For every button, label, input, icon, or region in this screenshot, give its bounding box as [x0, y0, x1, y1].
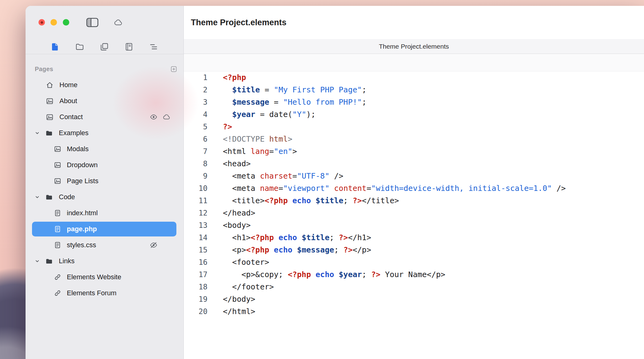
code-line[interactable]: 10 <meta name="viewport" content="width=…: [184, 182, 644, 195]
code-text: $year = date("Y");: [223, 108, 316, 121]
sidebar-item-styles-css[interactable]: styles.css: [26, 237, 183, 253]
code-line[interactable]: 17 <p>&copy; <?php echo $year; ?> Your N…: [184, 268, 644, 281]
code-line[interactable]: 4 $year = date("Y");: [184, 108, 644, 121]
eye-slash-icon[interactable]: [150, 241, 158, 249]
sidebar-item-label: Elements Website: [67, 273, 121, 281]
code-line[interactable]: 7<html lang="en">: [184, 145, 644, 158]
sidebar-item-label: Page Lists: [67, 177, 99, 185]
house-icon: [46, 81, 54, 89]
image-icon: [46, 113, 54, 121]
code-text: <html lang="en">: [223, 145, 297, 158]
folder-outline-icon[interactable]: [75, 42, 84, 51]
folder-icon: [45, 193, 53, 201]
code-text: <head>: [223, 158, 251, 170]
code-text: <meta name="viewport" content="width=dev…: [223, 182, 566, 195]
doc-icon: [54, 209, 61, 217]
line-number: 6: [184, 133, 207, 145]
document-title: Theme Project.elements: [191, 18, 287, 27]
folder-icon: [45, 129, 53, 137]
sidebar-item-elements-website[interactable]: Elements Website: [26, 269, 183, 285]
pages-section-title: Pages: [35, 66, 53, 73]
line-number: 10: [184, 182, 207, 195]
code-line[interactable]: 15 <p><?php echo $message; ?></p>: [184, 244, 644, 256]
sidebar-header: [26, 6, 183, 54]
sidebar-item-label: index.html: [67, 209, 98, 217]
sidebar-item-label: About: [59, 97, 77, 105]
notebook-icon[interactable]: [124, 42, 134, 51]
sidebar-item-elements-forum[interactable]: Elements Forum: [26, 285, 183, 301]
chevron-down-icon: [34, 130, 40, 136]
link-icon: [54, 273, 61, 281]
line-number: 17: [184, 268, 207, 281]
line-number: 8: [184, 158, 207, 170]
main-area: Theme Project.elements Theme Project.ele…: [184, 6, 644, 359]
line-number: 5: [184, 121, 207, 133]
code-line[interactable]: 14 <h1><?php echo $title; ?></h1>: [184, 232, 644, 244]
sidebar-item-links[interactable]: Links: [26, 253, 183, 269]
sidebar-item-contact[interactable]: Contact: [26, 109, 183, 125]
sidebar-toolbar: [50, 42, 158, 51]
code-line[interactable]: 16 <footer>: [184, 256, 644, 268]
code-line[interactable]: 20</html>: [184, 305, 644, 318]
sidebar-content: Pages HomeAboutContactExamplesModalsDrop…: [26, 54, 183, 301]
cloud-sync-icon[interactable]: [112, 18, 125, 27]
eye-icon[interactable]: [150, 113, 158, 121]
sidebar-item-page-lists[interactable]: Page Lists: [26, 173, 183, 189]
sidebar-item-home[interactable]: Home: [26, 77, 183, 93]
sidebar-item-label: Home: [59, 81, 78, 89]
code-line[interactable]: 2 $title = "My First PHP Page";: [184, 84, 644, 96]
code-line[interactable]: 11 <title><?php echo $title; ?></title>: [184, 195, 644, 207]
tab-bar: Theme Project.elements: [184, 39, 644, 54]
sidebar-item-page-php[interactable]: page.php: [26, 221, 183, 237]
zoom-button[interactable]: [63, 19, 69, 26]
sidebar-item-label: Dropdown: [67, 161, 98, 169]
sidebar-item-label: styles.css: [67, 241, 96, 249]
doc-icon: [54, 241, 61, 249]
sidebar-item-code[interactable]: Code: [26, 189, 183, 205]
sidebar-toggle-icon[interactable]: [86, 18, 99, 27]
code-text: $title = "My First PHP Page";: [223, 84, 367, 96]
code-line[interactable]: 1<?php: [184, 71, 644, 84]
minimize-button[interactable]: [50, 19, 57, 26]
code-line[interactable]: 13<body>: [184, 219, 644, 232]
code-text: <title><?php echo $title; ?></title>: [223, 195, 399, 207]
image-icon: [46, 97, 54, 105]
code-line[interactable]: 19</body>: [184, 293, 644, 305]
code-text: <footer>: [223, 256, 269, 268]
sidebar-item-about[interactable]: About: [26, 93, 183, 109]
chevron-down-icon: [34, 194, 40, 200]
code-line[interactable]: 6<!DOCTYPE html>: [184, 133, 644, 145]
code-editor[interactable]: 1<?php2 $title = "My First PHP Page";3 $…: [184, 71, 644, 359]
code-line[interactable]: 3 $message = "Hello from PHP!";: [184, 96, 644, 108]
cloud-icon[interactable]: [163, 113, 171, 121]
code-line[interactable]: 18 </footer>: [184, 281, 644, 293]
sidebar-item-modals[interactable]: Modals: [26, 141, 183, 157]
sidebar-item-label: page.php: [67, 225, 97, 233]
code-text: <h1><?php echo $title; ?></h1>: [223, 232, 371, 244]
close-button[interactable]: [38, 19, 45, 26]
tab-theme-project[interactable]: Theme Project.elements: [379, 43, 449, 50]
link-icon: [54, 289, 61, 297]
new-document-icon[interactable]: [50, 42, 60, 51]
item-status-icons: [150, 241, 158, 249]
sidebar-item-dropdown[interactable]: Dropdown: [26, 157, 183, 173]
line-number: 15: [184, 244, 207, 256]
sidebar-item-index-html[interactable]: index.html: [26, 205, 183, 221]
code-text: ?>: [223, 121, 232, 133]
sidebar-item-label: Contact: [59, 113, 83, 121]
sidebar-item-label: Modals: [67, 145, 89, 153]
code-line[interactable]: 9 <meta charset="UTF-8" />: [184, 170, 644, 182]
chevron-down-icon: [34, 258, 40, 264]
sidebar-item-examples[interactable]: Examples: [26, 125, 183, 141]
code-line[interactable]: 12</head>: [184, 207, 644, 219]
outline-list-icon[interactable]: [149, 42, 158, 51]
stack-icon[interactable]: [100, 42, 109, 51]
code-line[interactable]: 5?>: [184, 121, 644, 133]
code-text: <meta charset="UTF-8" />: [223, 170, 343, 182]
code-line[interactable]: 8<head>: [184, 158, 644, 170]
line-number: 14: [184, 232, 207, 244]
sidebar-item-label: Code: [59, 193, 75, 201]
add-page-button[interactable]: [170, 66, 177, 73]
line-number: 3: [184, 96, 207, 108]
sidebar-list: HomeAboutContactExamplesModalsDropdownPa…: [26, 77, 183, 301]
